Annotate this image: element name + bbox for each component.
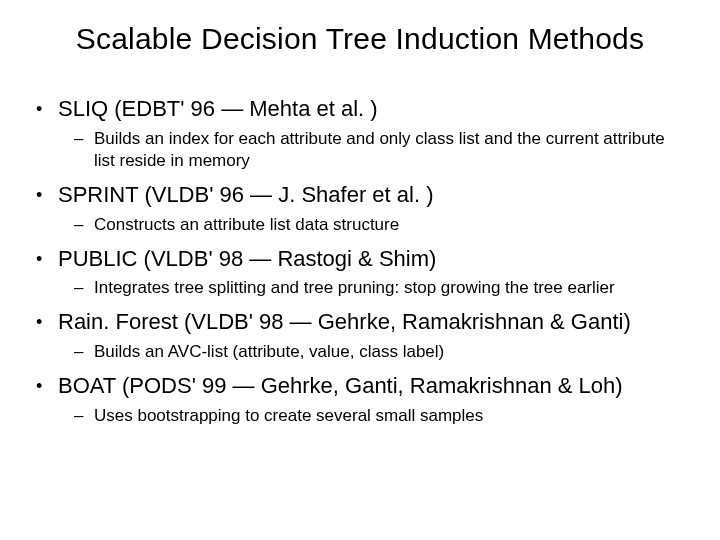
sub-item: – Constructs an attribute list data stru… — [74, 214, 690, 236]
sub-item-text: Constructs an attribute list data struct… — [94, 214, 399, 236]
bullet-icon: • — [36, 374, 58, 398]
sub-item-text: Uses bootstrapping to create several sma… — [94, 405, 483, 427]
sub-item-text: Integrates tree splitting and tree pruni… — [94, 277, 615, 299]
list-item: • SPRINT (VLDB' 96 — J. Shafer et al. ) … — [36, 180, 690, 236]
slide-title: Scalable Decision Tree Induction Methods — [30, 22, 690, 56]
list-item: • BOAT (PODS' 99 — Gehrke, Ganti, Ramakr… — [36, 371, 690, 427]
bullet-icon: • — [36, 247, 58, 271]
bullet-icon: • — [36, 183, 58, 207]
sub-item: – Builds an AVC-list (attribute, value, … — [74, 341, 690, 363]
list-item: • SLIQ (EDBT' 96 — Mehta et al. ) – Buil… — [36, 94, 690, 172]
item-label: SLIQ (EDBT' 96 — Mehta et al. ) — [58, 94, 378, 124]
bullet-icon: • — [36, 310, 58, 334]
item-label: SPRINT (VLDB' 96 — J. Shafer et al. ) — [58, 180, 433, 210]
item-label: Rain. Forest (VLDB' 98 — Gehrke, Ramakri… — [58, 307, 631, 337]
dash-icon: – — [74, 341, 94, 363]
dash-icon: – — [74, 128, 94, 150]
bullet-icon: • — [36, 97, 58, 121]
item-label: PUBLIC (VLDB' 98 — Rastogi & Shim) — [58, 244, 436, 274]
sub-item: – Uses bootstrapping to create several s… — [74, 405, 690, 427]
dash-icon: – — [74, 277, 94, 299]
list-item: • PUBLIC (VLDB' 98 — Rastogi & Shim) – I… — [36, 244, 690, 300]
item-label: BOAT (PODS' 99 — Gehrke, Ganti, Ramakris… — [58, 371, 623, 401]
dash-icon: – — [74, 214, 94, 236]
sub-item: – Integrates tree splitting and tree pru… — [74, 277, 690, 299]
bullet-list: • SLIQ (EDBT' 96 — Mehta et al. ) – Buil… — [30, 94, 690, 427]
sub-item-text: Builds an index for each attribute and o… — [94, 128, 690, 172]
sub-item-text: Builds an AVC-list (attribute, value, cl… — [94, 341, 444, 363]
sub-item: – Builds an index for each attribute and… — [74, 128, 690, 172]
dash-icon: – — [74, 405, 94, 427]
list-item: • Rain. Forest (VLDB' 98 — Gehrke, Ramak… — [36, 307, 690, 363]
